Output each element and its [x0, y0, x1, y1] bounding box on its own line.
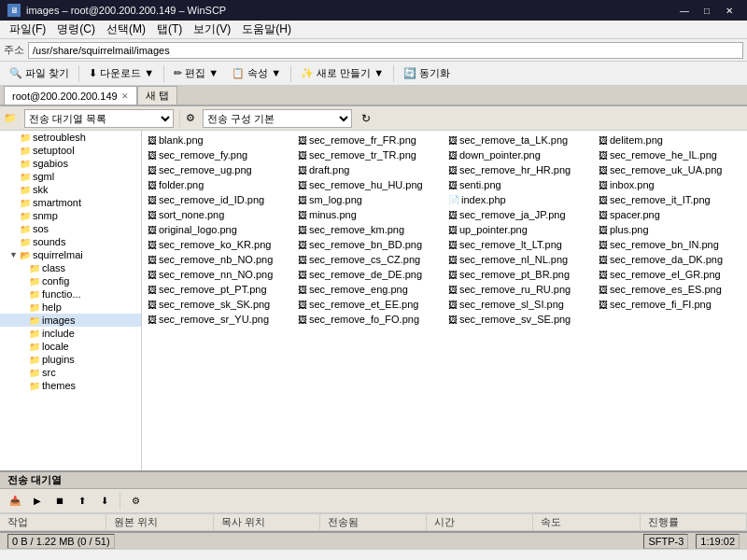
- file-item[interactable]: 🖼up_pointer.png: [444, 222, 595, 237]
- tree-item-locale[interactable]: 📁locale: [0, 340, 141, 353]
- file-item[interactable]: 🖼blank.png: [144, 133, 294, 147]
- tree-item-images[interactable]: 📁images: [0, 314, 141, 327]
- file-list[interactable]: 🖼blank.png🖼sec_remove_fr_FR.png🖼sec_remo…: [142, 131, 747, 470]
- tab-session[interactable]: root@200.200.200.149 ✕: [4, 86, 137, 105]
- file-item[interactable]: 🖼sec_remove_de_DE.png: [294, 267, 444, 282]
- tree-item-smartmont[interactable]: 📁smartmont: [0, 196, 141, 209]
- file-item[interactable]: 🖼sec_remove_ta_LK.png: [444, 133, 595, 147]
- file-item[interactable]: 🖼sec_remove_et_EE.png: [294, 297, 444, 312]
- file-item[interactable]: 🖼sec_remove_da_DK.png: [595, 252, 745, 267]
- file-item[interactable]: 🖼sort_none.png: [144, 207, 294, 222]
- file-item[interactable]: 🖼sec_remove_fo_FO.png: [294, 312, 444, 327]
- transfer-stop-button[interactable]: ⏹: [50, 493, 69, 510]
- tree-item-functio---[interactable]: 📁functio...: [0, 287, 141, 301]
- file-item[interactable]: 🖼sec_remove_sr_YU.png: [144, 312, 294, 327]
- address-input[interactable]: [28, 42, 743, 59]
- file-tree[interactable]: 📁setroublesh📁setuptool📁sgabios📁sgml📁skk📁…: [0, 131, 142, 470]
- find-file-button[interactable]: 🔍 파일 찾기: [4, 63, 75, 84]
- file-item[interactable]: 🖼sec_remove_hu_HU.png: [294, 177, 444, 192]
- tree-item-snmp[interactable]: 📁snmp: [0, 209, 141, 222]
- file-item[interactable]: 🖼sec_remove_nn_NO.png: [144, 267, 294, 282]
- menu-item-선택[interactable]: 선택(M): [101, 20, 151, 39]
- file-item[interactable]: 🖼sec_remove_fy.png: [144, 147, 294, 162]
- config-select[interactable]: 전송 구성 기본: [203, 109, 352, 128]
- file-item[interactable]: 🖼sec_remove_id_ID.png: [144, 192, 294, 207]
- window-controls[interactable]: — □ ✕: [674, 2, 740, 19]
- tree-item-setroublesh[interactable]: 📁setroublesh: [0, 131, 141, 144]
- file-item[interactable]: 🖼sec_remove_bn_IN.png: [595, 237, 745, 252]
- file-item[interactable]: 🖼folder.png: [144, 177, 294, 192]
- file-item[interactable]: 🖼sec_remove_fi_FI.png: [595, 297, 745, 312]
- edit-button[interactable]: ✏ 편집 ▼: [168, 63, 224, 84]
- tree-item-sgml[interactable]: 📁sgml: [0, 170, 141, 183]
- file-item[interactable]: 🖼sec_remove_he_IL.png: [595, 147, 745, 162]
- file-item[interactable]: 🖼sec_remove_uk_UA.png: [595, 162, 745, 177]
- tree-item-sounds[interactable]: 📁sounds: [0, 235, 141, 248]
- file-item[interactable]: 🖼inbox.png: [595, 177, 745, 192]
- tree-item-sos[interactable]: 📁sos: [0, 222, 141, 235]
- file-item[interactable]: 🖼sec_remove_km.png: [294, 222, 444, 237]
- download-button[interactable]: ⬇ 다운로드 ▼: [83, 63, 160, 84]
- file-item[interactable]: 🖼sec_remove_hr_HR.png: [444, 162, 595, 177]
- new-button[interactable]: ✨ 새로 만들기 ▼: [295, 63, 389, 84]
- file-item[interactable]: 📄index.php: [444, 192, 595, 207]
- file-item[interactable]: 🖼sec_remove_bn_BD.png: [294, 237, 444, 252]
- sync-button[interactable]: 🔄 동기화: [398, 63, 456, 84]
- file-item[interactable]: 🖼sec_remove_sk_SK.png: [144, 297, 294, 312]
- file-item[interactable]: 🖼sec_remove_pt_BR.png: [444, 267, 595, 282]
- tree-item-skk[interactable]: 📁skk: [0, 183, 141, 196]
- tree-item-plugins[interactable]: 📁plugins: [0, 353, 141, 366]
- transfer-settings-button[interactable]: ⚙: [126, 493, 145, 510]
- menu-item-탭[interactable]: 탭(T): [151, 20, 188, 39]
- tree-item-help[interactable]: 📁help: [0, 301, 141, 314]
- menu-item-보기[interactable]: 보기(V): [188, 20, 236, 39]
- file-item[interactable]: 🖼sec_remove_sv_SE.png: [444, 312, 595, 327]
- file-item[interactable]: 🖼sec_remove_ru_RU.png: [444, 282, 595, 297]
- file-item[interactable]: 🖼sec_remove_ug.png: [144, 162, 294, 177]
- file-item[interactable]: 🖼sec_remove_ko_KR.png: [144, 237, 294, 252]
- transfer-play-button[interactable]: ▶: [28, 493, 47, 510]
- file-item[interactable]: 🖼original_logo.png: [144, 222, 294, 237]
- menu-item-도움말[interactable]: 도움말(H): [236, 20, 297, 39]
- tree-item-include[interactable]: 📁include: [0, 327, 141, 340]
- file-item[interactable]: 🖼down_pointer.png: [444, 147, 595, 162]
- tree-item-src[interactable]: 📁src: [0, 366, 141, 379]
- file-item[interactable]: 🖼sec_remove_nb_NO.png: [144, 252, 294, 267]
- file-item[interactable]: 🖼sec_remove_es_ES.png: [595, 282, 745, 297]
- minimize-button[interactable]: —: [674, 2, 695, 19]
- file-item[interactable]: 🖼sec_remove_nl_NL.png: [444, 252, 595, 267]
- file-item[interactable]: 🖼sec_remove_el_GR.png: [595, 267, 745, 282]
- transfer-down-button[interactable]: ⬇: [95, 493, 114, 510]
- file-item[interactable]: 🖼sec_remove_sl_SI.png: [444, 297, 595, 312]
- file-item[interactable]: 🖼sec_remove_tr_TR.png: [294, 147, 444, 162]
- maximize-button[interactable]: □: [697, 2, 717, 19]
- menu-item-명령[interactable]: 명령(C): [51, 20, 101, 39]
- file-item[interactable]: 🖼sec_remove_eng.png: [294, 282, 444, 297]
- close-button[interactable]: ✕: [719, 2, 740, 19]
- menu-item-파일[interactable]: 파일(F): [4, 20, 51, 39]
- file-item[interactable]: 🖼draft.png: [294, 162, 444, 177]
- tree-item-squirrelmai[interactable]: ▼📂squirrelmai: [0, 248, 141, 261]
- file-item[interactable]: 🖼sec_remove_fr_FR.png: [294, 133, 444, 147]
- tree-item-class[interactable]: 📁class: [0, 261, 141, 274]
- refresh-button[interactable]: ↻: [356, 109, 376, 128]
- tree-item-themes[interactable]: 📁themes: [0, 379, 141, 392]
- transfer-add-button[interactable]: 📥: [6, 493, 24, 510]
- file-item[interactable]: 🖼sec_remove_cs_CZ.png: [294, 252, 444, 267]
- file-item[interactable]: 🖼delitem.png: [595, 133, 745, 147]
- tree-item-sgabios[interactable]: 📁sgabios: [0, 157, 141, 170]
- tree-item-setuptool[interactable]: 📁setuptool: [0, 144, 141, 157]
- transfer-up-button[interactable]: ⬆: [73, 493, 92, 510]
- tab-new[interactable]: 새 탭: [137, 86, 177, 105]
- file-item[interactable]: 🖼spacer.png: [595, 207, 745, 222]
- tab-close-button[interactable]: ✕: [121, 91, 129, 101]
- file-item[interactable]: 🖼sec_remove_ja_JP.png: [444, 207, 595, 222]
- file-item[interactable]: 🖼sec_remove_pt_PT.png: [144, 282, 294, 297]
- file-item[interactable]: 🖼plus.png: [595, 222, 745, 237]
- file-item[interactable]: 🖼sec_remove_it_IT.png: [595, 192, 745, 207]
- tree-item-config[interactable]: 📁config: [0, 274, 141, 287]
- file-item[interactable]: 🖼sec_remove_lt_LT.png: [444, 237, 595, 252]
- properties-button[interactable]: 📋 속성 ▼: [226, 63, 287, 84]
- queue-select[interactable]: 전송 대기열 목록: [24, 109, 174, 128]
- file-item[interactable]: 🖼senti.png: [444, 177, 595, 192]
